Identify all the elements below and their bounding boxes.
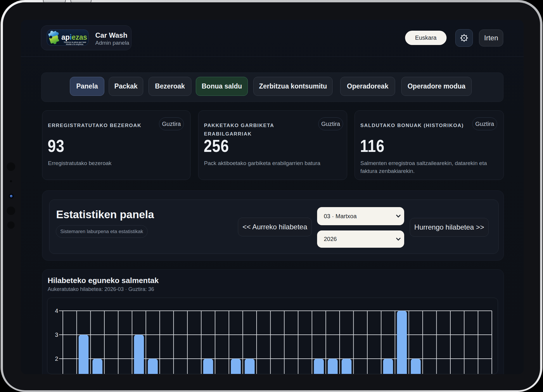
svg-text:3: 3 [55,332,58,338]
svg-text:triunfar a tu empresa.: triunfar a tu empresa. [66,43,84,46]
svg-text:2: 2 [55,355,58,362]
svg-text:apiezas: apiezas [61,33,87,41]
svg-text:4: 4 [55,308,58,314]
